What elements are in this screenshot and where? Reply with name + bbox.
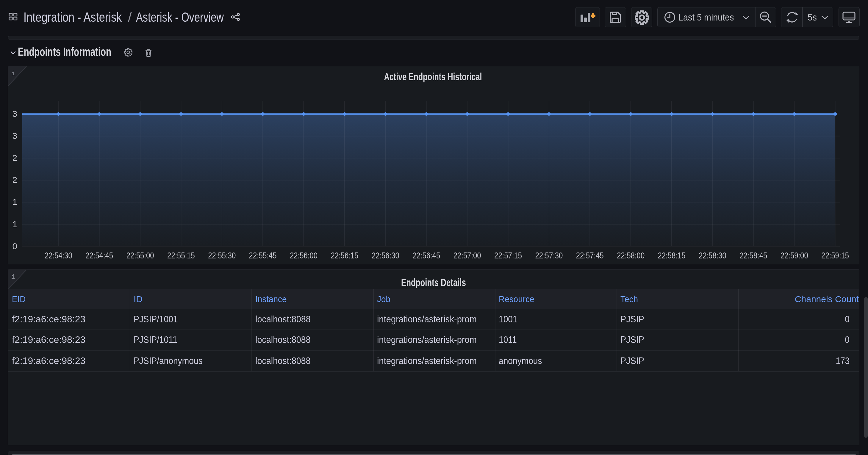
svg-text:2: 2 xyxy=(12,175,17,185)
svg-text:22:56:15: 22:56:15 xyxy=(331,250,358,260)
svg-text:22:58:30: 22:58:30 xyxy=(699,250,726,260)
svg-text:22:58:00: 22:58:00 xyxy=(617,250,645,260)
svg-text:22:56:45: 22:56:45 xyxy=(412,250,440,260)
svg-text:22:56:00: 22:56:00 xyxy=(290,250,317,260)
svg-text:22:58:45: 22:58:45 xyxy=(740,250,767,260)
svg-text:1: 1 xyxy=(12,197,17,207)
svg-text:22:57:30: 22:57:30 xyxy=(535,250,563,260)
svg-text:22:57:15: 22:57:15 xyxy=(494,250,522,260)
svg-text:22:59:15: 22:59:15 xyxy=(821,250,849,260)
svg-text:1: 1 xyxy=(12,219,17,229)
svg-text:22:54:30: 22:54:30 xyxy=(44,250,72,260)
svg-text:22:55:30: 22:55:30 xyxy=(208,250,236,260)
svg-text:22:59:00: 22:59:00 xyxy=(780,250,808,260)
svg-text:22:57:45: 22:57:45 xyxy=(576,250,604,260)
svg-text:3: 3 xyxy=(12,109,17,119)
svg-text:22:56:30: 22:56:30 xyxy=(372,250,399,260)
svg-text:22:55:00: 22:55:00 xyxy=(126,250,154,260)
svg-text:22:54:45: 22:54:45 xyxy=(85,250,113,260)
svg-text:22:58:15: 22:58:15 xyxy=(658,250,686,260)
svg-text:3: 3 xyxy=(12,131,17,141)
svg-text:2: 2 xyxy=(12,153,17,163)
svg-text:0: 0 xyxy=(12,241,17,251)
svg-text:22:55:45: 22:55:45 xyxy=(249,250,277,260)
svg-text:22:57:00: 22:57:00 xyxy=(454,250,481,260)
svg-text:22:55:15: 22:55:15 xyxy=(167,250,195,260)
